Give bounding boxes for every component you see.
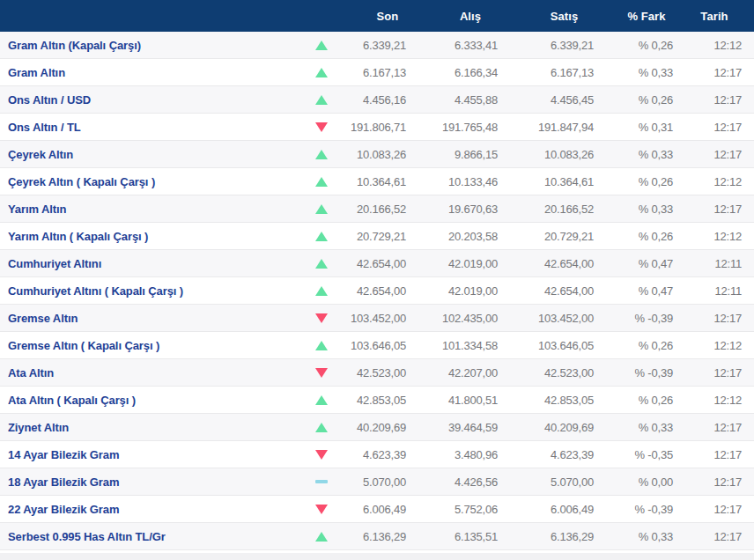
instrument-link[interactable]: Ata Altın ( Kapalı Çarşı ) xyxy=(8,394,136,407)
arrow-up-icon xyxy=(315,395,328,405)
alis-value: 6.135,51 xyxy=(413,530,505,543)
son-value: 20.729,21 xyxy=(339,230,413,243)
arrow-up-icon xyxy=(315,150,328,159)
tarih-value: 12:17 xyxy=(680,93,754,107)
header-son[interactable]: Son xyxy=(339,10,413,23)
fark-value: % 0,31 xyxy=(601,121,680,134)
direction-cell xyxy=(304,177,339,187)
table-row: Çeyrek Altın 10.083,26 9.866,15 10.083,2… xyxy=(0,141,754,168)
instrument-link[interactable]: Gremse Altın xyxy=(8,312,78,325)
arrow-down-icon xyxy=(315,450,328,460)
table-row: Gram Altın 6.167,13 6.166,34 6.167,13 % … xyxy=(0,59,754,86)
arrow-down-icon xyxy=(315,368,328,378)
tarih-value: 12:17 xyxy=(680,475,754,489)
son-value: 103.646,05 xyxy=(339,339,413,352)
table-body: Gram Altın (Kapalı Çarşı) 6.339,21 6.333… xyxy=(0,32,754,550)
alis-value: 4.455,88 xyxy=(413,93,505,107)
instrument-link[interactable]: Yarım Altın xyxy=(8,203,66,216)
fark-value: % -0,39 xyxy=(601,503,680,516)
arrow-up-icon xyxy=(315,341,328,350)
instrument-link[interactable]: Ata Altın xyxy=(8,366,54,379)
son-value: 10.364,61 xyxy=(339,175,413,188)
instrument-link[interactable]: 22 Ayar Bilezik Gram xyxy=(8,503,119,516)
instrument-link[interactable]: 18 Ayar Bilezik Gram xyxy=(8,475,119,489)
arrow-up-icon xyxy=(315,41,328,50)
arrow-up-icon xyxy=(315,532,328,542)
instrument-link[interactable]: Ons Altın / TL xyxy=(8,121,81,134)
instrument-link[interactable]: Gram Altın (Kapalı Çarşı) xyxy=(8,39,141,52)
header-satis[interactable]: Satış xyxy=(505,10,601,23)
instrument-link[interactable]: Gram Altın xyxy=(8,66,65,79)
son-value: 6.167,13 xyxy=(339,66,413,79)
table-row: Ons Altın / USD 4.456,16 4.455,88 4.456,… xyxy=(0,86,754,114)
header-tarih[interactable]: Tarih xyxy=(680,10,754,23)
satis-value: 6.136,29 xyxy=(505,530,601,543)
fark-value: % 0,26 xyxy=(601,230,680,243)
satis-value: 10.364,61 xyxy=(505,175,601,188)
arrow-up-icon xyxy=(315,95,328,105)
alis-value: 3.480,96 xyxy=(413,448,505,461)
arrow-up-icon xyxy=(315,232,328,241)
fark-value: % 0,26 xyxy=(601,39,680,52)
instrument-link[interactable]: 14 Ayar Bilezik Gram xyxy=(8,448,119,461)
instrument-link[interactable]: Cumhuriyet Altını ( Kapalı Çarşı ) xyxy=(8,284,183,298)
header-alis[interactable]: Alış xyxy=(413,10,505,23)
instrument-link[interactable]: Cumhuriyet Altını xyxy=(8,257,101,270)
table-row: Yarım Altın ( Kapalı Çarşı ) 20.729,21 2… xyxy=(0,223,754,250)
arrow-up-icon xyxy=(315,423,328,432)
arrow-up-icon xyxy=(315,204,328,214)
alis-value: 5.752,06 xyxy=(413,503,505,516)
tarih-value: 12:11 xyxy=(680,257,754,270)
son-value: 6.006,49 xyxy=(339,503,413,516)
son-value: 103.452,00 xyxy=(339,312,413,325)
arrow-up-icon xyxy=(315,286,328,296)
instrument-link[interactable]: Serbest 0.995 Has Altın TL/Gr xyxy=(8,530,166,543)
fark-value: % -0,39 xyxy=(601,312,680,325)
direction-cell xyxy=(304,368,339,378)
satis-value: 4.456,45 xyxy=(505,93,601,107)
satis-value: 10.083,26 xyxy=(505,148,601,161)
alis-value: 20.203,58 xyxy=(413,230,505,243)
instrument-link[interactable]: Ons Altın / USD xyxy=(8,93,91,107)
tarih-value: 12:17 xyxy=(680,503,754,516)
arrow-up-icon xyxy=(315,177,328,187)
son-value: 5.070,00 xyxy=(339,475,413,489)
instrument-cell: Gremse Altın xyxy=(0,310,304,326)
instrument-link[interactable]: Yarım Altın ( Kapalı Çarşı ) xyxy=(8,230,148,243)
direction-cell xyxy=(304,423,339,432)
son-value: 4.456,16 xyxy=(339,93,413,107)
instrument-link[interactable]: Gremse Altın ( Kapalı Çarşı ) xyxy=(8,339,159,352)
table-header-row: Son Alış Satış % Fark Tarih xyxy=(0,0,754,32)
table-row: Çeyrek Altın ( Kapalı Çarşı ) 10.364,61 … xyxy=(0,168,754,195)
direction-cell xyxy=(304,532,339,542)
instrument-link[interactable]: Ziynet Altın xyxy=(8,421,69,434)
instrument-cell: Ata Altın xyxy=(0,365,304,380)
instrument-link[interactable]: Çeyrek Altın xyxy=(8,148,73,161)
tarih-value: 12:12 xyxy=(680,339,754,352)
instrument-cell: 14 Ayar Bilezik Gram xyxy=(0,446,304,462)
tarih-value: 12:12 xyxy=(680,175,754,188)
tarih-value: 12:17 xyxy=(680,312,754,325)
fark-value: % 0,33 xyxy=(601,530,680,543)
alis-value: 4.426,56 xyxy=(413,475,505,489)
fark-value: % -0,35 xyxy=(601,448,680,461)
table-row: Yarım Altın 20.166,52 19.670,63 20.166,5… xyxy=(0,195,754,223)
alis-value: 102.435,00 xyxy=(413,312,505,325)
instrument-cell: 22 Ayar Bilezik Gram xyxy=(0,501,304,517)
table-row: Ata Altın ( Kapalı Çarşı ) 42.853,05 41.… xyxy=(0,387,754,414)
son-value: 42.523,00 xyxy=(339,366,413,379)
son-value: 40.209,69 xyxy=(339,421,413,434)
alis-value: 6.333,41 xyxy=(413,39,505,52)
fark-value: % 0,47 xyxy=(601,257,680,270)
instrument-cell: Serbest 0.995 Has Altın TL/Gr xyxy=(0,528,304,544)
fark-value: % 0,33 xyxy=(601,421,680,434)
satis-value: 42.654,00 xyxy=(505,284,601,298)
arrow-up-icon xyxy=(315,259,328,269)
satis-value: 6.339,21 xyxy=(505,39,601,52)
header-fark[interactable]: % Fark xyxy=(601,10,680,23)
satis-value: 42.523,00 xyxy=(505,366,601,379)
satis-value: 20.166,52 xyxy=(505,203,601,216)
son-value: 42.853,05 xyxy=(339,394,413,407)
instrument-link[interactable]: Çeyrek Altın ( Kapalı Çarşı ) xyxy=(8,175,155,188)
satis-value: 42.853,05 xyxy=(505,394,601,407)
